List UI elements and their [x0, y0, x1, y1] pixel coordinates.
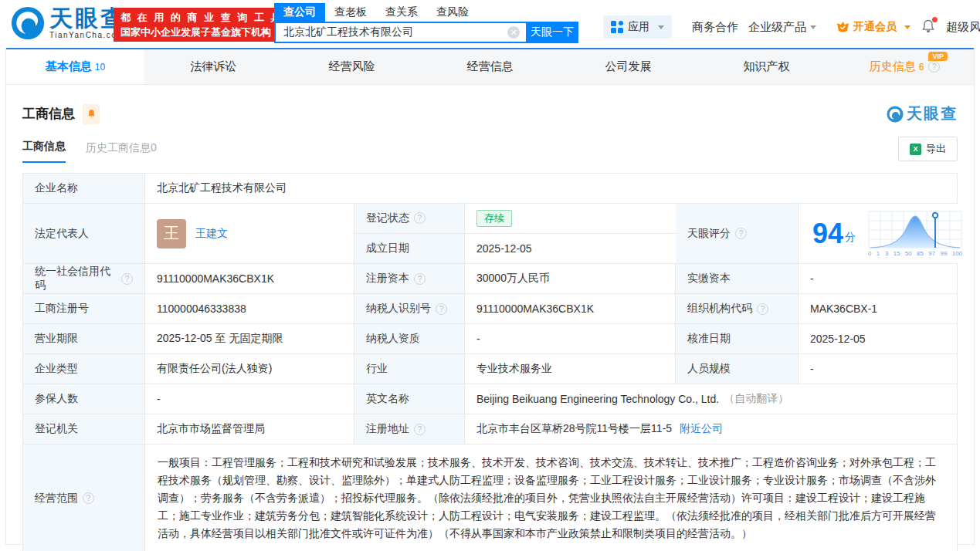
export-button[interactable]: X 导出	[898, 137, 958, 161]
tianyancha-logo-icon	[11, 6, 45, 40]
org-code-value: MAK36CBX-1	[799, 294, 957, 323]
help-icon[interactable]	[928, 61, 940, 73]
clear-search-icon[interactable]: ✕	[507, 26, 520, 39]
reg-status-label: 登记状态	[366, 211, 409, 225]
status-date-cells: 登记状态 存续 成立日期 2025-12-05	[354, 204, 676, 263]
establish-date-value: 2025-12-05	[465, 234, 676, 264]
industry-label: 行业	[354, 354, 465, 384]
taxpayer-quality-value: -	[465, 324, 676, 353]
company-type-label: 企业类型	[23, 354, 145, 384]
tab-legal-proceedings[interactable]: 法律诉讼	[144, 49, 283, 84]
table-row: 企业名称 北京北矿工程技术有限公司	[23, 174, 957, 204]
tianyancha-logo[interactable]: 天眼查 TianYanCha.com	[11, 6, 126, 40]
tab-basic-info[interactable]: 基本信息 10	[6, 49, 144, 84]
subscribe-bell-icon[interactable]	[83, 104, 100, 124]
tab-company-development[interactable]: 公司发展	[559, 49, 697, 84]
vip-crown-icon	[836, 22, 849, 33]
legal-rep-link[interactable]: 王建文	[195, 227, 228, 241]
approval-date-label: 核准日期	[676, 324, 799, 353]
reg-status-value-cell: 存续	[465, 204, 676, 233]
nav-enterprise-products[interactable]: 企业级产品	[748, 20, 816, 35]
score-value: 94	[812, 220, 843, 248]
tab-intellectual-property[interactable]: 知识产权	[697, 49, 836, 84]
help-icon[interactable]	[414, 273, 426, 285]
excel-icon: X	[910, 144, 921, 155]
registration-number-value: 110000046333838	[145, 294, 354, 323]
score-distribution-chart: 01 315 5085 9799 100	[868, 211, 962, 257]
help-icon[interactable]	[436, 303, 447, 315]
notification-dot	[932, 17, 938, 22]
score-unit: 分	[845, 231, 856, 245]
apps-grid-icon	[611, 21, 623, 33]
chevron-down-icon	[904, 25, 910, 29]
table-row: 参保人数 - 英文名称 Beijing Beikuang Engineering…	[23, 384, 957, 414]
table-row: 统一社会信用代码 91110000MAK36CBX1K 注册资本 30000万人…	[23, 264, 957, 294]
help-icon[interactable]	[414, 424, 426, 435]
table-row: 企业类型 有限责任公司(法人独资) 行业 专业技术服务业 人员规模 -	[23, 354, 957, 384]
search-button[interactable]: 天眼一下	[526, 22, 578, 43]
registered-address-value: 北京市丰台区草桥28号院11号楼一层11-5 附近公司	[465, 414, 957, 444]
search-tab-boss[interactable]: 查老板	[325, 3, 376, 22]
tab-label: 法律诉讼	[191, 59, 237, 74]
subtab-business-info[interactable]: 工商信息	[22, 140, 66, 163]
business-term-label: 营业期限	[23, 324, 145, 353]
vip-badge: VIP	[928, 52, 948, 61]
tab-operation-risk[interactable]: 经营风险	[283, 49, 421, 84]
search-tab-company[interactable]: 查公司	[274, 3, 325, 22]
score-label-cell: 天眼评分	[676, 204, 799, 263]
score-label: 天眼评分	[687, 227, 731, 241]
help-icon[interactable]	[414, 212, 426, 224]
taxpayer-id-label: 纳税人识别号	[354, 294, 465, 323]
search-tab-relation[interactable]: 查关系	[376, 3, 427, 22]
top-header: 天眼查 TianYanCha.com 都 在 用 的 商 业 查 询 工 具 国…	[0, 0, 980, 48]
credit-code-value: 91110000MAK36CBX1K	[145, 264, 354, 293]
staff-size-value: -	[799, 354, 957, 384]
notification-bell-icon[interactable]	[921, 19, 936, 35]
help-icon[interactable]	[83, 492, 94, 504]
search-input[interactable]	[274, 22, 526, 43]
enterprise-label: 企业级产品	[748, 20, 806, 35]
chart-x-axis: 01 315 5085 9799 100	[868, 250, 962, 257]
tab-operation-info[interactable]: 经营信息	[421, 49, 559, 84]
help-icon[interactable]	[121, 273, 133, 285]
tab-label: 历史信息	[870, 59, 916, 74]
registered-address-label: 注册地址	[354, 414, 465, 444]
approval-date-value: 2025-12-05	[799, 324, 957, 353]
page-container: 基本信息 10 法律诉讼 经营风险 经营信息 公司发展 知识产权 VIP 历史信…	[5, 48, 975, 545]
top-nav: 应用 商务合作 企业级产品 开通会员 超级风...	[603, 15, 974, 39]
credit-code-label: 统一社会信用代码	[23, 264, 145, 293]
table-row: 法定代表人 王 王建文 登记状态 存续	[23, 204, 957, 264]
tab-label: 经营信息	[467, 59, 514, 74]
search-tab-risk[interactable]: 查风险	[427, 3, 478, 22]
tab-history-info[interactable]: VIP 历史信息 6	[836, 49, 974, 84]
apps-menu[interactable]: 应用	[603, 15, 672, 39]
english-name-value: Beijing Beikuang Engineering Technology …	[465, 384, 957, 414]
table-row: 营业期限 2025-12-05 至 无固定期限 纳税人资质 - 核准日期 202…	[23, 324, 957, 354]
business-info-table: 企业名称 北京北矿工程技术有限公司 法定代表人 王 王建文 登记状态	[22, 173, 958, 551]
insured-count-label: 参保人数	[23, 384, 145, 414]
tab-label: 公司发展	[605, 59, 652, 74]
nav-open-vip[interactable]: 开通会员	[836, 20, 910, 34]
company-name-label: 企业名称	[23, 174, 145, 203]
company-tabbar: 基本信息 10 法律诉讼 经营风险 经营信息 公司发展 知识产权 VIP 历史信…	[6, 48, 974, 85]
business-scope-value: 一般项目：工程管理服务；工程和技术研究和试验发展；技术服务、技术开发、技术咨询、…	[145, 445, 957, 551]
search-tabs: 查公司 查老板 查关系 查风险	[274, 3, 578, 22]
nav-super-risk[interactable]: 超级风...	[946, 20, 980, 35]
taxpayer-id-value: 91110000MAK36CBX1K	[465, 294, 676, 323]
section-title: 工商信息	[22, 105, 75, 123]
registered-capital-label: 注册资本	[354, 264, 465, 293]
nearby-companies-link[interactable]: 附近公司	[680, 422, 723, 436]
reg-status-label-cell: 登记状态	[354, 204, 465, 233]
staff-size-label: 人员规模	[676, 354, 799, 384]
main-content: 工商信息 天眼查 工商信息 历史工商信息0 X 导出	[6, 103, 974, 551]
slogan-line1: 都 在 用 的 商 业 查 询 工 具	[120, 11, 283, 24]
tianyancha-logo-icon	[887, 106, 904, 123]
tab-count: 10	[95, 62, 105, 73]
subtab-history-business-info[interactable]: 历史工商信息0	[86, 141, 157, 163]
help-icon[interactable]	[735, 228, 747, 239]
search-box: 查公司 查老板 查关系 查风险 ✕ 天眼一下	[274, 3, 578, 43]
nav-business-cooperation[interactable]: 商务合作	[692, 20, 738, 35]
tab-label: 经营风险	[329, 59, 375, 74]
avatar[interactable]: 王	[157, 219, 186, 248]
help-icon[interactable]	[757, 303, 768, 315]
